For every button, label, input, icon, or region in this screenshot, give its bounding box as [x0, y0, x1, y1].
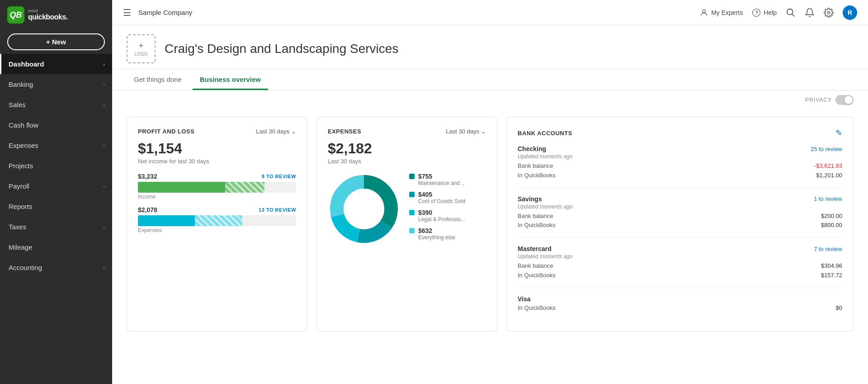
- sidebar-item-taxes[interactable]: Taxes ›: [0, 217, 112, 237]
- expenses-amount: $2,078: [138, 206, 157, 213]
- savings-review-link[interactable]: 1 to review: [814, 195, 842, 202]
- svg-point-0: [703, 9, 706, 13]
- legend-color-3: [409, 228, 415, 233]
- chevron-right-icon: ›: [103, 82, 105, 87]
- profit-loss-title: PROFIT AND LOSS: [138, 128, 194, 135]
- tab-business-overview[interactable]: Business overview: [193, 69, 268, 90]
- sidebar-item-dashboard[interactable]: Dashboard ›: [0, 54, 112, 74]
- privacy-toggle[interactable]: [835, 95, 854, 105]
- quickbooks-label: quickbooks.: [28, 13, 68, 21]
- content-area: + LOGO Craig's Design and Landscaping Se…: [112, 25, 868, 384]
- expenses-review-link[interactable]: 13 TO REVIEW: [259, 207, 296, 213]
- bell-icon: [805, 8, 815, 18]
- legend-color-1: [409, 192, 415, 197]
- checking-review-link[interactable]: 25 to review: [811, 146, 842, 152]
- sidebar-item-expenses[interactable]: Expenses ›: [0, 135, 112, 156]
- plus-icon: +: [139, 41, 144, 51]
- user-avatar[interactable]: R: [843, 5, 857, 20]
- edit-bank-icon[interactable]: ✎: [835, 128, 842, 138]
- dashboard-cards: PROFIT AND LOSS Last 30 days ⌄ $1,154 Ne…: [112, 109, 868, 342]
- chevron-right-icon: ›: [103, 184, 105, 189]
- sidebar-item-sales[interactable]: Sales ›: [0, 95, 112, 115]
- chevron-down-icon: ⌄: [291, 128, 296, 135]
- bank-account-savings: Savings 1 to review Updated moments ago …: [518, 195, 842, 238]
- svg-point-5: [827, 11, 830, 14]
- sidebar-item-mileage[interactable]: Mileage: [0, 237, 112, 257]
- expenses-period-selector[interactable]: Last 30 days ⌄: [446, 128, 486, 135]
- sidebar-logo: QB intuit quickbooks.: [0, 0, 112, 30]
- bank-account-visa: Visa In QuickBooks $0: [518, 295, 842, 320]
- income-bar-fill: [138, 182, 225, 193]
- sidebar-item-projects[interactable]: Projects: [0, 156, 112, 176]
- profit-loss-card: PROFIT AND LOSS Last 30 days ⌄ $1,154 Ne…: [127, 117, 307, 332]
- income-label: Income: [138, 194, 296, 200]
- bank-accounts-card: BANK ACCOUNTS ✎ Checking 25 to review Up…: [506, 117, 854, 332]
- hamburger-menu-button[interactable]: ☰: [123, 7, 131, 18]
- sidebar-item-reports[interactable]: Reports: [0, 196, 112, 217]
- income-amount: $3,232: [138, 173, 157, 180]
- profit-loss-header: PROFIT AND LOSS Last 30 days ⌄: [138, 128, 296, 135]
- notifications-button[interactable]: [805, 8, 815, 18]
- sidebar-item-banking[interactable]: Banking ›: [0, 74, 112, 95]
- expenses-card-header: EXPENSES Last 30 days ⌄: [328, 128, 486, 135]
- income-bar-hatch: [225, 182, 265, 193]
- settings-button[interactable]: [824, 8, 834, 18]
- expenses-card: EXPENSES Last 30 days ⌄ $2,182 Last 30 d…: [316, 117, 497, 332]
- donut-section: $755 Maintenance and .. $405 Cost of Goo…: [328, 173, 486, 245]
- legend-item-0: $755 Maintenance and ..: [409, 173, 486, 186]
- chevron-right-icon: ›: [103, 265, 105, 270]
- chevron-right-icon: ›: [103, 102, 105, 108]
- gear-icon: [824, 8, 834, 18]
- expenses-label: Expenses: [138, 227, 296, 233]
- income-review-link[interactable]: 8 TO REVIEW: [262, 174, 296, 179]
- help-button[interactable]: ? Help: [752, 8, 777, 17]
- chevron-right-icon: ›: [103, 224, 105, 230]
- company-full-name: Craig's Design and Landscaping Services: [165, 42, 398, 56]
- legend-color-2: [409, 210, 415, 215]
- sidebar-item-accounting[interactable]: Accounting ›: [0, 257, 112, 278]
- svg-point-10: [344, 189, 384, 229]
- profit-loss-value: $1,154: [138, 140, 296, 157]
- chevron-right-icon: ›: [103, 62, 105, 67]
- chevron-down-icon: ⌄: [481, 128, 486, 135]
- mastercard-review-link[interactable]: 7 to review: [814, 246, 842, 252]
- income-bar-row: $3,232 8 TO REVIEW Income: [138, 173, 296, 200]
- bank-account-checking: Checking 25 to review Updated moments ag…: [518, 145, 842, 188]
- company-header: + LOGO Craig's Design and Landscaping Se…: [112, 25, 868, 69]
- expenses-bar-row: $2,078 13 TO REVIEW Expenses: [138, 206, 296, 233]
- logo-upload-button[interactable]: + LOGO: [127, 34, 156, 63]
- bank-accounts-header: BANK ACCOUNTS ✎: [518, 128, 842, 138]
- privacy-label: PRIVACY: [805, 97, 832, 103]
- logo-label: LOGO: [135, 52, 148, 57]
- person-icon: [699, 8, 708, 17]
- legend-item-3: $632 Everything else: [409, 227, 486, 241]
- sidebar-item-payroll[interactable]: Payroll ›: [0, 176, 112, 196]
- new-button[interactable]: + New: [7, 33, 105, 50]
- bank-accounts-title: BANK ACCOUNTS: [518, 130, 572, 137]
- svg-text:?: ?: [755, 10, 759, 15]
- tab-get-things-done[interactable]: Get things done: [127, 69, 189, 90]
- expenses-legend: $755 Maintenance and .. $405 Cost of Goo…: [409, 173, 486, 245]
- legend-item-2: $390 Legal & Professio...: [409, 209, 486, 223]
- legend-color-0: [409, 174, 415, 179]
- expenses-bar-hatch: [195, 215, 242, 226]
- expenses-sublabel: Last 30 days: [328, 158, 486, 165]
- main-content: ☰ Sample Company My Experts ? Help: [112, 0, 868, 384]
- topbar: ☰ Sample Company My Experts ? Help: [112, 0, 868, 25]
- profit-loss-period-selector[interactable]: Last 30 days ⌄: [256, 128, 296, 135]
- sidebar-nav: Dashboard › Banking › Sales › Cash flow …: [0, 54, 112, 384]
- main-tabs: Get things done Business overview: [112, 69, 868, 90]
- company-name-topbar: Sample Company: [138, 9, 699, 16]
- income-bar-track: [138, 182, 296, 193]
- expenses-card-title: EXPENSES: [328, 128, 361, 135]
- search-button[interactable]: [786, 8, 796, 18]
- legend-item-1: $405 Cost of Goods Sold: [409, 191, 486, 204]
- expenses-main-value: $2,182: [328, 140, 486, 157]
- help-icon: ?: [752, 8, 761, 17]
- profit-loss-sublabel: Net income for last 30 days: [138, 158, 296, 165]
- sidebar-item-cashflow[interactable]: Cash flow: [0, 115, 112, 135]
- chevron-right-icon: ›: [103, 143, 105, 148]
- my-experts-button[interactable]: My Experts: [699, 8, 743, 17]
- intuit-label: intuit: [28, 9, 68, 13]
- expenses-donut-chart: [328, 173, 400, 245]
